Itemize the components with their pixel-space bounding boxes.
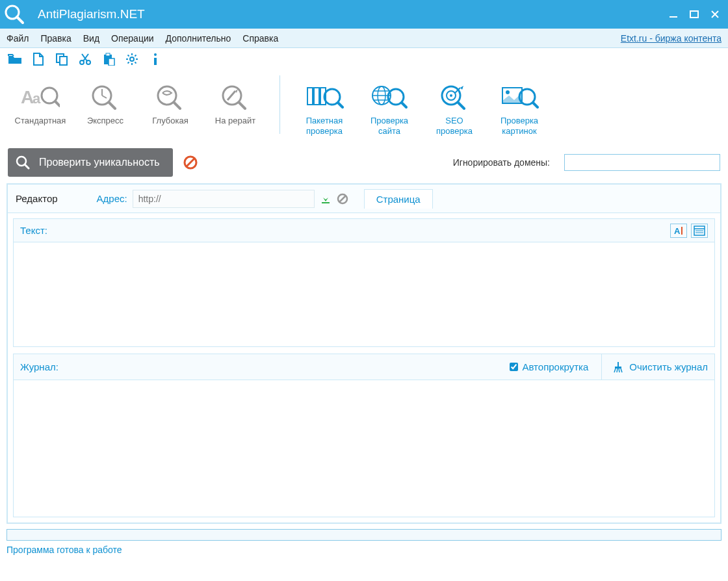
maximize-button[interactable] bbox=[686, 6, 702, 22]
svg-line-37 bbox=[228, 91, 235, 100]
app-icon bbox=[0, 0, 29, 29]
journal-label: Журнал: bbox=[20, 361, 510, 372]
svg-point-24 bbox=[154, 53, 157, 56]
svg-rect-3 bbox=[690, 11, 698, 18]
action-row: Проверить уникальность Игнорировать доме… bbox=[0, 142, 728, 181]
ribbon-deep[interactable]: Глубокая bbox=[138, 75, 203, 140]
text-cursor-tool-icon[interactable]: A bbox=[670, 224, 687, 238]
stop-icon[interactable] bbox=[183, 155, 198, 170]
svg-line-61 bbox=[533, 103, 538, 107]
autoscroll-toggle[interactable]: Автопрокрутка bbox=[510, 361, 588, 372]
svg-rect-77 bbox=[615, 367, 621, 368]
address-label: Адрес: bbox=[97, 193, 127, 204]
ribbon-label: Экспресс bbox=[87, 116, 124, 126]
ribbon-rewrite[interactable]: На рерайт bbox=[203, 75, 268, 140]
svg-marker-66 bbox=[323, 194, 328, 201]
editor-title: Редактор bbox=[16, 193, 58, 204]
svg-line-35 bbox=[174, 103, 180, 109]
svg-line-44 bbox=[338, 103, 343, 107]
ribbon-batch[interactable]: Пакетная проверка bbox=[292, 75, 357, 140]
ribbon-seo[interactable]: SEO проверка bbox=[422, 75, 487, 140]
svg-line-29 bbox=[55, 101, 60, 106]
new-file-icon[interactable] bbox=[31, 52, 46, 66]
autoscroll-checkbox[interactable] bbox=[510, 363, 518, 371]
svg-line-78 bbox=[614, 368, 616, 372]
svg-line-79 bbox=[617, 368, 618, 372]
svg-point-59 bbox=[506, 90, 510, 94]
info-icon[interactable] bbox=[148, 52, 162, 66]
menu-operations[interactable]: Операции bbox=[111, 33, 154, 44]
menu-bar: Файл Правка Вид Операции Дополнительно С… bbox=[0, 29, 728, 48]
menu-edit[interactable]: Правка bbox=[40, 33, 71, 44]
svg-text:a: a bbox=[32, 90, 41, 107]
open-icon[interactable] bbox=[8, 52, 22, 66]
text-area[interactable] bbox=[14, 242, 714, 346]
svg-point-54 bbox=[450, 94, 452, 97]
tools-group: Пакетная проверка Проверка сайта SEO про… bbox=[292, 75, 552, 140]
text-layout-tool-icon[interactable] bbox=[691, 224, 708, 238]
app-title: AntiPlagiarism.NET bbox=[38, 7, 666, 21]
autoscroll-label: Автопрокрутка bbox=[522, 361, 588, 372]
copy-icon[interactable] bbox=[55, 52, 69, 66]
journal-section: Журнал: Автопрокрутка Очистить журнал bbox=[13, 354, 715, 517]
svg-point-15 bbox=[130, 57, 134, 61]
ribbon-label: Проверка сайта bbox=[370, 116, 408, 136]
ignore-domains-label: Игнорировать домены: bbox=[453, 157, 550, 168]
small-toolbar bbox=[0, 48, 728, 70]
ribbon-label: Стандартная bbox=[15, 116, 66, 126]
close-button[interactable] bbox=[707, 6, 723, 22]
etxt-link[interactable]: Etxt.ru - биржа контента bbox=[621, 33, 722, 44]
tab-page[interactable]: Страница bbox=[364, 189, 433, 209]
journal-area[interactable] bbox=[14, 380, 714, 517]
journal-head: Журнал: Автопрокрутка Очистить журнал bbox=[14, 354, 714, 380]
svg-line-20 bbox=[128, 55, 129, 57]
url-input[interactable] bbox=[133, 190, 315, 208]
svg-rect-7 bbox=[60, 57, 67, 65]
window-controls bbox=[666, 6, 723, 22]
minimize-button[interactable] bbox=[666, 6, 681, 22]
clear-journal-label: Очистить журнал bbox=[629, 361, 708, 372]
svg-line-1 bbox=[17, 17, 23, 23]
svg-rect-13 bbox=[106, 53, 110, 56]
text-section: Текст: A bbox=[13, 218, 715, 347]
menu-additional[interactable]: Дополнительно bbox=[166, 33, 231, 44]
svg-line-57 bbox=[458, 103, 464, 109]
check-uniqueness-button[interactable]: Проверить уникальность bbox=[8, 148, 173, 177]
ribbon-label: На рерайт bbox=[215, 116, 255, 126]
cancel-url-icon[interactable] bbox=[337, 193, 348, 205]
ribbon-label: Глубокая bbox=[152, 116, 188, 126]
svg-line-51 bbox=[402, 103, 406, 107]
svg-line-69 bbox=[339, 196, 346, 202]
svg-line-81 bbox=[621, 368, 622, 372]
menu-view[interactable]: Вид bbox=[83, 33, 99, 44]
svg-marker-38 bbox=[235, 89, 238, 93]
ribbon-images[interactable]: Проверка картинок bbox=[487, 75, 552, 140]
ignore-domains-input[interactable] bbox=[564, 154, 720, 171]
clear-journal-button[interactable]: Очистить журнал bbox=[601, 354, 708, 380]
text-section-head: Текст: A bbox=[14, 219, 714, 242]
svg-rect-40 bbox=[307, 88, 313, 105]
svg-marker-56 bbox=[460, 86, 463, 90]
menu-help[interactable]: Справка bbox=[242, 33, 278, 44]
menu-file[interactable]: Файл bbox=[6, 33, 29, 44]
svg-line-21 bbox=[135, 62, 136, 63]
ribbon-site[interactable]: Проверка сайта bbox=[357, 75, 422, 140]
paste-icon[interactable] bbox=[101, 52, 116, 66]
svg-line-39 bbox=[239, 103, 245, 109]
editor-header: Редактор Адрес: Страница bbox=[8, 185, 720, 213]
svg-line-23 bbox=[135, 55, 136, 57]
ribbon-label: Пакетная проверка bbox=[306, 116, 343, 136]
status-text: Программа готова к работе bbox=[6, 541, 722, 555]
ribbon-label: Проверка картинок bbox=[500, 116, 538, 136]
ribbon-label: SEO проверка bbox=[436, 116, 473, 136]
svg-rect-25 bbox=[154, 58, 157, 65]
ribbon-separator bbox=[280, 75, 280, 134]
ribbon-express[interactable]: Экспресс bbox=[73, 75, 138, 140]
settings-icon[interactable] bbox=[125, 52, 139, 66]
cut-icon[interactable] bbox=[78, 52, 92, 66]
svg-line-22 bbox=[128, 62, 129, 63]
download-icon[interactable] bbox=[320, 193, 332, 205]
svg-rect-14 bbox=[109, 58, 114, 66]
ribbon-standard[interactable]: Aa Стандартная bbox=[8, 75, 73, 140]
editor-panel: Редактор Адрес: Страница Текст: A Журнал… bbox=[6, 183, 722, 524]
